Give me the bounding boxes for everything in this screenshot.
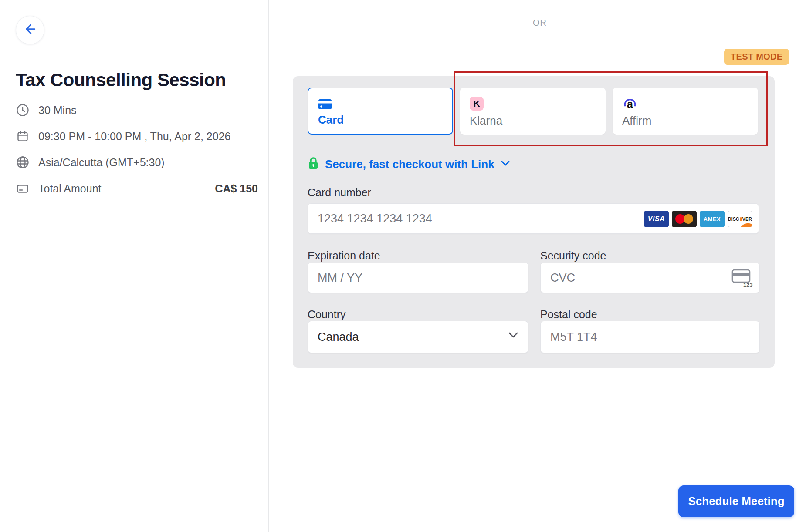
country-selected-value: Canada bbox=[308, 330, 359, 344]
payment-method-card-label: Card bbox=[318, 113, 344, 127]
card-brand-icons: VISA AMEX DISC VER bbox=[644, 211, 752, 227]
link-banner-text: Secure, fast checkout with Link bbox=[325, 158, 494, 171]
datetime-text: 09:30 PM - 10:00 PM , Thu, Apr 2, 2026 bbox=[38, 130, 230, 143]
total-amount-row: Total Amount CA$ 150 bbox=[16, 180, 258, 197]
cvc-123-text: 123 bbox=[743, 282, 753, 287]
globe-icon bbox=[16, 155, 30, 169]
klarna-initial: K bbox=[470, 97, 484, 111]
page-title: Tax Counselling Session bbox=[16, 70, 260, 91]
country-label: Country bbox=[308, 308, 346, 321]
payment-method-card[interactable]: Card bbox=[308, 88, 453, 135]
postal-code-label: Postal code bbox=[540, 308, 597, 321]
visa-icon: VISA bbox=[644, 211, 669, 227]
mastercard-icon bbox=[672, 211, 697, 227]
chevron-down-icon bbox=[501, 160, 510, 168]
timezone-row: Asia/Calcutta (GMT+5:30) bbox=[16, 154, 258, 171]
expiration-label: Expiration date bbox=[308, 249, 380, 262]
panel-divider bbox=[268, 0, 269, 532]
discover-label-prefix: DISC bbox=[728, 216, 739, 222]
credit-card-filled-icon bbox=[318, 97, 332, 112]
cvc-card-icon: 123 bbox=[731, 269, 753, 289]
visa-label: VISA bbox=[648, 215, 665, 223]
or-label: OR bbox=[526, 18, 554, 28]
divider-line-right bbox=[554, 23, 787, 23]
discover-label-suffix: VER bbox=[742, 216, 752, 222]
payment-method-klarna[interactable]: K Klarna bbox=[460, 88, 606, 135]
duration-text: 30 Mins bbox=[38, 104, 77, 117]
credit-card-icon bbox=[16, 182, 30, 195]
duration-row: 30 Mins bbox=[16, 102, 258, 118]
affirm-initial: a bbox=[627, 98, 633, 110]
or-divider: OR bbox=[293, 17, 787, 29]
card-number-label: Card number bbox=[308, 186, 371, 199]
clock-icon bbox=[16, 103, 30, 117]
security-code-field-box: 123 bbox=[540, 263, 760, 293]
discover-swoosh bbox=[737, 222, 752, 227]
klarna-icon: K bbox=[470, 96, 484, 111]
arrow-left-icon bbox=[22, 21, 38, 39]
test-mode-badge: TEST MODE bbox=[724, 49, 789, 65]
postal-code-input[interactable] bbox=[541, 321, 759, 353]
amex-label: AMEX bbox=[704, 216, 721, 222]
link-checkout-banner[interactable]: Secure, fast checkout with Link bbox=[308, 157, 510, 172]
payment-method-affirm-label: Affirm bbox=[622, 114, 651, 128]
payment-method-affirm[interactable]: a Affirm bbox=[613, 88, 758, 135]
calendar-icon bbox=[16, 129, 30, 143]
mastercard-orange-circle bbox=[684, 214, 693, 224]
expiration-input[interactable] bbox=[308, 263, 528, 293]
postal-code-field-box bbox=[540, 321, 760, 353]
affirm-icon: a bbox=[622, 96, 638, 111]
lock-icon bbox=[308, 157, 319, 172]
amex-icon: AMEX bbox=[700, 211, 725, 227]
security-code-input[interactable] bbox=[541, 263, 759, 293]
timezone-text: Asia/Calcutta (GMT+5:30) bbox=[38, 156, 165, 169]
expiration-field-box bbox=[308, 263, 528, 293]
datetime-row: 09:30 PM - 10:00 PM , Thu, Apr 2, 2026 bbox=[16, 128, 258, 145]
discover-icon: DISC VER bbox=[728, 211, 752, 227]
card-number-input[interactable] bbox=[308, 204, 552, 233]
schedule-meeting-button[interactable]: Schedule Meeting bbox=[678, 485, 794, 517]
payment-method-klarna-label: Klarna bbox=[470, 114, 502, 128]
back-button[interactable] bbox=[16, 16, 44, 44]
total-amount-value: CA$ 150 bbox=[215, 182, 258, 195]
payment-form: Card K Klarna a Affirm Secure, fast chec… bbox=[293, 76, 775, 368]
divider-line-left bbox=[293, 23, 526, 23]
total-amount-label: Total Amount bbox=[38, 182, 102, 195]
test-mode-label: TEST MODE bbox=[731, 52, 782, 62]
discover-orange-dot bbox=[740, 217, 742, 221]
chevron-down-icon bbox=[508, 332, 518, 340]
card-number-field-box: VISA AMEX DISC VER bbox=[308, 203, 759, 234]
country-select[interactable]: Canada bbox=[308, 321, 528, 353]
security-code-label: Security code bbox=[540, 249, 606, 262]
